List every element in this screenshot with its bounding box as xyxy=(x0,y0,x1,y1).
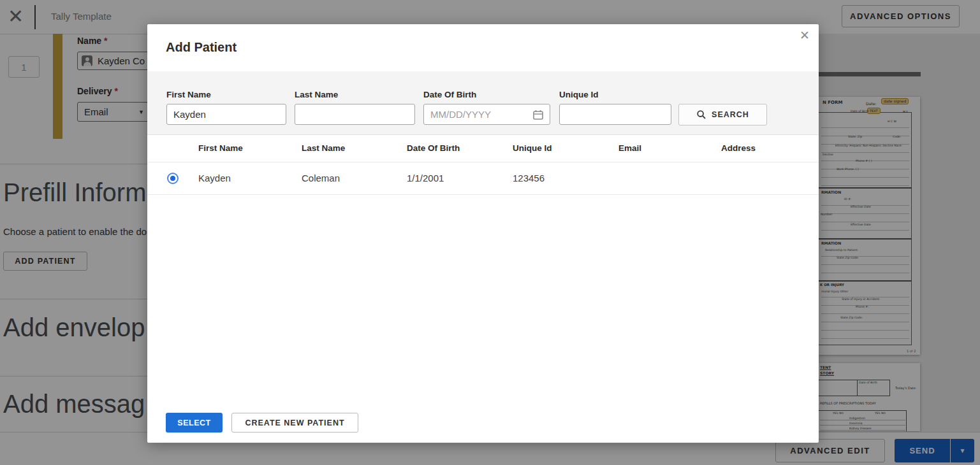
col-email: Email xyxy=(618,143,641,153)
col-last-name: Last Name xyxy=(302,143,345,153)
screen: ✕ Tally Template ADVANCED OPTIONS 1 Name… xyxy=(0,0,980,465)
last-name-label: Last Name xyxy=(295,90,338,99)
select-button[interactable]: SELECT xyxy=(166,413,223,433)
search-icon xyxy=(696,110,706,120)
unique-id-label: Unique Id xyxy=(559,90,599,99)
cell-unique-id: 123456 xyxy=(513,173,545,183)
results-table-header: First Name Last Name Date Of Birth Uniqu… xyxy=(147,135,819,162)
dob-search-input[interactable] xyxy=(423,104,550,125)
calendar-icon[interactable] xyxy=(532,109,544,120)
search-button-label: SEARCH xyxy=(712,110,749,119)
patient-radio-selected[interactable] xyxy=(167,173,179,184)
cell-first-name: Kayden xyxy=(198,173,231,183)
cell-date-of-birth: 1/1/2001 xyxy=(407,173,444,183)
col-date-of-birth: Date Of Birth xyxy=(407,143,460,153)
cell-last-name: Coleman xyxy=(302,173,340,183)
add-patient-modal: Add Patient ✕ First Name Last Name Date … xyxy=(147,24,819,443)
patient-search-bar: First Name Last Name Date Of Birth Uniqu… xyxy=(147,71,819,135)
col-unique-id: Unique Id xyxy=(513,143,552,153)
first-name-label: First Name xyxy=(166,90,211,99)
search-button[interactable]: SEARCH xyxy=(678,104,767,125)
table-row[interactable]: Kayden Coleman 1/1/2001 123456 xyxy=(147,162,819,195)
create-new-patient-button[interactable]: CREATE NEW PATIENT xyxy=(231,413,358,433)
unique-id-search-input[interactable] xyxy=(559,104,671,125)
modal-title: Add Patient xyxy=(166,40,237,55)
last-name-search-input[interactable] xyxy=(295,104,415,125)
col-address: Address xyxy=(721,143,756,153)
modal-close-icon[interactable]: ✕ xyxy=(800,28,810,43)
first-name-search-input[interactable] xyxy=(166,104,286,125)
col-first-name: First Name xyxy=(198,143,243,153)
dob-label: Date Of Birth xyxy=(423,90,476,99)
